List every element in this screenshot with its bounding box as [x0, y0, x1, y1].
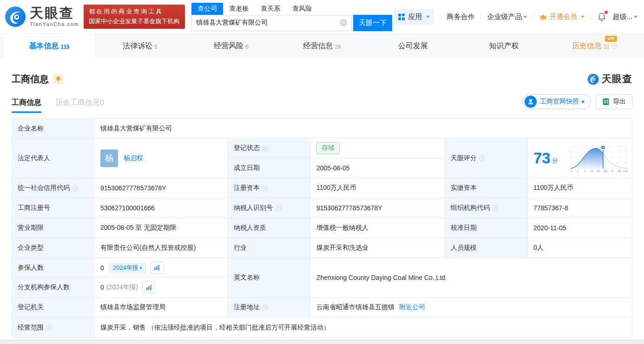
enterprise-products-menu[interactable]: 企业级产品 [487, 13, 527, 21]
tianyancha-logo[interactable]: 天眼查 TianYanCha.com [5, 6, 79, 27]
tab-count: 31 [604, 44, 610, 50]
tab-business-info[interactable]: 经营信息 26 [276, 34, 368, 58]
open-vip-label: 开通会员 [549, 13, 577, 21]
business-registration-table: 企业名称 镇雄县大营煤矿有限公司 法定代表人 杨 杨启权 登记状态 存续 天眼评… [12, 118, 632, 338]
tab-count: 5 [154, 44, 158, 50]
value-company-name: 镇雄县大营煤矿有限公司 [95, 119, 632, 138]
svg-text:0: 0 [570, 169, 572, 172]
tab-operation-risk[interactable]: 经营风险 6 [185, 34, 276, 58]
svg-text:50: 50 [597, 169, 600, 172]
label-company-name: 企业名称 [12, 119, 95, 138]
value-registered-address: 云南省昭通市镇雄县五德镇 附近公司 [311, 298, 632, 318]
help-icon[interactable] [46, 325, 52, 331]
value-tianyan-score: 73 分 [528, 138, 632, 178]
value-paid-in-capital: 1100万人民币 [528, 178, 632, 198]
search-tab-boss[interactable]: 查老板 [223, 3, 255, 15]
help-icon[interactable] [262, 305, 268, 311]
export-button[interactable]: 导出 [596, 94, 632, 109]
insured-trend-chart-button[interactable] [151, 262, 164, 274]
value-legal-representative: 杨 杨启权 [95, 138, 228, 178]
search-tab-relation[interactable]: 查关系 [255, 3, 286, 15]
help-icon[interactable] [262, 145, 268, 151]
help-icon[interactable] [275, 205, 281, 211]
nearby-companies-link[interactable]: 附近公司 [399, 303, 425, 312]
label-branch-insured-count: 分支机构参保人数 [12, 278, 95, 298]
company-nav-tabs: 基本信息 115 法律诉讼 5 经营风险 6 经营信息 26 公司发展 知识产权… [0, 33, 644, 58]
value-registration-number: 530627100001666 [95, 198, 228, 218]
label-approval-date: 核准日期 [445, 218, 528, 238]
search-tab-risk[interactable]: 查风险 [286, 3, 318, 15]
svg-text:97: 97 [611, 169, 614, 172]
tab-legal-litigation[interactable]: 法律诉讼 5 [95, 34, 186, 58]
tab-label: 经营风险 [214, 41, 243, 51]
subtab-history-registration[interactable]: 历史工商信息0 [55, 98, 104, 113]
promo-banner: 都在用的商业查询工具 国家中小企业发展子基金旗下机构 [84, 5, 185, 29]
help-icon[interactable] [262, 185, 268, 191]
notification-dot [605, 11, 608, 14]
score-unit: 分 [552, 156, 558, 165]
apps-grid-icon [398, 13, 405, 20]
clear-search-icon[interactable] [340, 19, 347, 26]
search-area: 查公司 查老板 查关系 查风险 天眼一下 [191, 3, 392, 31]
tab-history-info[interactable]: VIP 历史信息 31 [549, 34, 640, 58]
label-company-type: 企业类型 [12, 238, 95, 258]
legal-rep-link[interactable]: 杨启权 [124, 154, 143, 162]
help-icon[interactable] [72, 185, 78, 191]
official-snapshot-button[interactable]: 工商官网快照 [523, 94, 591, 109]
value-company-type: 有限责任公司(自然人投资或控股) [95, 238, 228, 258]
chevron-down-icon [634, 16, 637, 18]
branch-insured-trend-chart-button[interactable] [142, 281, 156, 293]
tab-intellectual-property[interactable]: 知识产权 [459, 34, 550, 58]
bar-chart-icon [154, 265, 160, 271]
label-staff-size: 人员规模 [445, 238, 528, 258]
score-distribution-chart: 0 1 3 15 50 85 97 99 100 [569, 143, 628, 173]
label-taxpayer-qualification: 纳税人资质 [228, 218, 311, 238]
help-icon[interactable] [479, 155, 485, 161]
annual-report-badge[interactable]: 2024年报 [109, 262, 146, 273]
main-content: 工商信息 天眼查 工商信息 历史工商信息0 [0, 72, 644, 338]
svg-text:85: 85 [604, 169, 607, 172]
value-registered-capital: 1100万人民币 [311, 178, 445, 198]
label-legal-representative: 法定代表人 [12, 138, 95, 178]
label-registered-address: 注册地址 [228, 298, 311, 318]
vip-badge: VIP [605, 36, 617, 42]
search-input[interactable] [196, 19, 340, 26]
business-cooperation-link[interactable]: 商务合作 [447, 13, 474, 21]
label-registered-capital: 注册资本 [228, 178, 311, 198]
label-registration-number: 工商注册号 [12, 198, 95, 218]
value-establish-date: 2005-08-05 [311, 158, 445, 178]
help-icon[interactable] [611, 43, 618, 49]
score-axis-ticks: 0 1 3 15 50 85 97 99 100 [570, 169, 628, 172]
watermark-logo: 天眼查 [587, 72, 632, 85]
tab-company-development[interactable]: 公司发展 [368, 34, 459, 58]
tab-label: 知识产权 [489, 41, 519, 51]
excel-icon [602, 98, 610, 105]
tab-label: 历史信息 [572, 41, 602, 51]
enterprise-products-label: 企业级产品 [487, 13, 522, 21]
svg-text:99: 99 [618, 169, 621, 172]
official-snapshot-label: 工商官网快照 [540, 97, 579, 106]
label-industry: 行业 [228, 238, 311, 258]
tab-basic-info[interactable]: 基本信息 115 [4, 34, 95, 58]
tab-count: 115 [60, 44, 69, 50]
page-title: 工商信息 [12, 73, 49, 85]
stamp-icon [525, 96, 537, 108]
apps-menu-label: 应用 [408, 13, 422, 21]
top-header: 天眼查 TianYanCha.com 都在用的商业查询工具 国家中小企业发展子基… [0, 0, 644, 33]
subtab-business-registration[interactable]: 工商信息 [12, 98, 41, 113]
watermark-brand-text: 天眼查 [602, 72, 632, 85]
search-button[interactable]: 天眼一下 [353, 15, 392, 31]
notifications-bell[interactable] [597, 12, 606, 22]
search-tab-company[interactable]: 查公司 [191, 3, 223, 15]
subscribe-bell-button[interactable] [53, 74, 63, 84]
apps-menu[interactable]: 应用 [394, 9, 434, 25]
super-account-menu[interactable]: 超级... [612, 13, 637, 21]
value-business-scope: 煤炭开采，销售 （依法须经批准的项目，经相关部门批准后方可开展经营活动） [95, 318, 632, 338]
help-icon[interactable] [492, 205, 498, 211]
open-vip-menu[interactable]: 开通会员 [539, 13, 585, 21]
arrow-right-icon [582, 100, 585, 104]
label-paid-in-capital: 实缴资本 [445, 178, 528, 198]
value-industry: 煤炭开采和洗选业 [311, 238, 445, 258]
label-business-scope: 经营范围 [12, 318, 95, 338]
tab-label: 公司发展 [398, 41, 428, 51]
